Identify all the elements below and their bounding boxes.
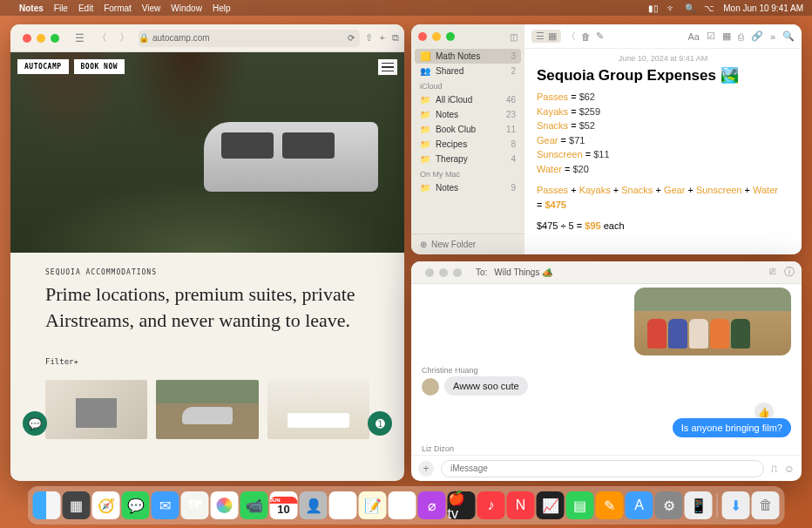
sidebar-section-icloud: iCloud — [411, 78, 524, 92]
sidebar-toggle-icon[interactable]: ◫ — [510, 32, 524, 42]
image-message[interactable] — [634, 288, 791, 355]
more-icon[interactable]: » — [770, 31, 775, 42]
note-variable-line: Sunscreen = $11 — [537, 147, 789, 162]
address-bar[interactable]: 🔒 autocamp.com ⟳ — [139, 30, 360, 47]
dock-notes[interactable]: 📝 — [359, 491, 387, 519]
grid-view-icon[interactable]: ▦ — [548, 30, 557, 42]
note-content[interactable]: June 10, 2024 at 9:41 AM Sequoia Group E… — [524, 49, 802, 239]
facetime-icon[interactable]: ⎚ — [769, 265, 775, 280]
sidebar-item-notes[interactable]: 📁Notes23 — [411, 107, 524, 122]
menu-help[interactable]: Help — [213, 3, 231, 13]
accommodation-thumbnail[interactable] — [45, 380, 147, 439]
dock-trash[interactable]: 🗑 — [752, 491, 780, 519]
accommodation-thumbnail[interactable] — [156, 380, 258, 439]
dock-pages[interactable]: ✎ — [596, 491, 624, 519]
sidebar-item-all-icloud[interactable]: 📁All iCloud46 — [411, 92, 524, 107]
dock-maps[interactable]: 🗺 — [181, 491, 209, 519]
dock-safari[interactable]: 🧭 — [92, 491, 120, 519]
dock-downloads[interactable]: ⬇ — [722, 491, 750, 519]
back-icon[interactable]: 〈 — [566, 30, 576, 43]
menu-window[interactable]: Window — [171, 3, 202, 13]
folder-icon: 📁 — [420, 110, 430, 119]
note-variable-line: Kayaks = $259 — [537, 105, 789, 119]
message-bubble[interactable]: Awww soo cute — [444, 376, 528, 396]
dock-news[interactable]: N — [507, 491, 535, 519]
avatar[interactable] — [422, 378, 439, 396]
table-icon[interactable]: ▦ — [722, 30, 731, 42]
dock-messages[interactable]: 💬 — [122, 491, 150, 519]
dock-tv[interactable]: 🍎tv — [448, 491, 476, 519]
dock-photos[interactable] — [211, 491, 239, 519]
message-input[interactable] — [441, 460, 764, 477]
window-controls[interactable] — [16, 34, 66, 43]
apps-button[interactable]: + — [418, 461, 434, 477]
notes-toolbar: ☰▦ 〈 🗑 ✎ Aa ☑ ▦ ⎙ 🔗 » 🔍 — [524, 24, 802, 49]
site-logo[interactable]: AUTOCAMP — [17, 59, 69, 74]
compose-icon[interactable]: ✎ — [596, 30, 604, 42]
clock[interactable]: Mon Jun 10 9:41 AM — [723, 3, 803, 13]
dock-finder[interactable] — [33, 491, 61, 519]
wifi-icon[interactable]: ᯤ — [667, 3, 676, 13]
filter-button[interactable]: Filter+ — [45, 357, 369, 366]
sidebar-toggle-icon[interactable]: ☰ — [71, 30, 88, 46]
section-kicker: SEQUOIA ACCOMMODATIONS — [45, 268, 369, 276]
accommodation-thumbnail[interactable] — [267, 380, 369, 439]
hamburger-menu[interactable] — [378, 59, 397, 75]
book-now-button[interactable]: BOOK NOW — [74, 59, 125, 74]
trash-icon[interactable]: 🗑 — [581, 31, 591, 42]
sidebar-item-therapy[interactable]: 📁Therapy4 — [411, 152, 524, 166]
dock-podcasts[interactable]: ⌀ — [418, 491, 446, 519]
checklist-icon[interactable]: ☑ — [707, 30, 715, 42]
dock-music[interactable]: ♪ — [477, 491, 505, 519]
menu-view[interactable]: View — [142, 3, 161, 13]
menu-format[interactable]: Format — [104, 3, 132, 13]
dock-contacts[interactable]: 👤 — [300, 491, 328, 519]
window-controls[interactable] — [411, 32, 462, 41]
messages-thread[interactable]: Christine Huang Awww soo cute 👍 Is anyon… — [411, 284, 802, 455]
sidebar-item-count: 11 — [506, 125, 516, 134]
sidebar-item-local-notes[interactable]: 📁Notes9 — [411, 180, 524, 195]
list-view-icon[interactable]: ☰ — [536, 30, 545, 42]
dock-freeform[interactable]: ✎ — [389, 491, 416, 519]
dock-settings[interactable]: ⚙ — [655, 491, 683, 519]
dock-mail[interactable]: ✉ — [152, 491, 179, 519]
info-icon[interactable]: ⓘ — [784, 265, 795, 280]
share-icon[interactable]: ⇧ — [365, 32, 373, 44]
new-tab-icon[interactable]: + — [380, 32, 385, 44]
dock-stocks[interactable]: 📈 — [537, 491, 565, 519]
dock-separator — [717, 493, 718, 518]
media-icon[interactable]: ⎙ — [738, 31, 744, 42]
sidebar-item-shared[interactable]: 👥 Shared 2 — [411, 64, 524, 78]
link-icon[interactable]: 🔗 — [751, 30, 763, 42]
battery-icon[interactable]: ▮▯ — [648, 3, 659, 13]
dock-facetime[interactable]: 📹 — [240, 491, 268, 519]
control-center-icon[interactable]: ⌥ — [704, 3, 714, 13]
dock-appstore[interactable]: A — [626, 491, 653, 519]
menu-file[interactable]: File — [54, 3, 68, 13]
audio-icon[interactable]: ⎍ — [771, 463, 777, 475]
emoji-icon[interactable]: ☺ — [784, 463, 795, 475]
sidebar-item-recipes[interactable]: 📁Recipes8 — [411, 137, 524, 152]
reload-icon[interactable]: ⟳ — [348, 33, 360, 43]
sidebar-item-count: 2 — [511, 66, 516, 76]
spotlight-icon[interactable]: 🔍 — [685, 3, 695, 13]
app-menu[interactable]: Notes — [19, 3, 44, 13]
tabs-icon[interactable]: ⧉ — [392, 32, 399, 44]
conversation-name[interactable]: Wild Things 🏕️ — [494, 267, 552, 277]
dock-reminders[interactable]: ☰ — [329, 491, 357, 519]
dock-launchpad[interactable]: ▦ — [63, 491, 91, 519]
new-folder-button[interactable]: ⊕New Folder — [411, 234, 524, 254]
back-button[interactable]: 〈 — [93, 29, 111, 47]
forward-button[interactable]: 〉 — [116, 29, 133, 47]
note-division: $475 ÷ 5 = $95 each — [537, 219, 789, 234]
sidebar-item-math-notes[interactable]: 🟨 Math Notes 3 — [415, 49, 521, 64]
dock-numbers[interactable]: ▤ — [566, 491, 594, 519]
window-controls[interactable] — [418, 268, 469, 277]
search-icon[interactable]: 🔍 — [782, 30, 795, 42]
message-bubble-sent[interactable]: Is anyone bringing film? — [673, 418, 791, 437]
menu-edit[interactable]: Edit — [78, 3, 93, 13]
sidebar-item-book-club[interactable]: 📁Book Club11 — [411, 122, 524, 137]
dock-iphone-mirror[interactable]: 📱 — [685, 491, 713, 519]
format-icon[interactable]: Aa — [687, 31, 699, 42]
dock-calendar[interactable]: JUN10 — [270, 491, 298, 519]
